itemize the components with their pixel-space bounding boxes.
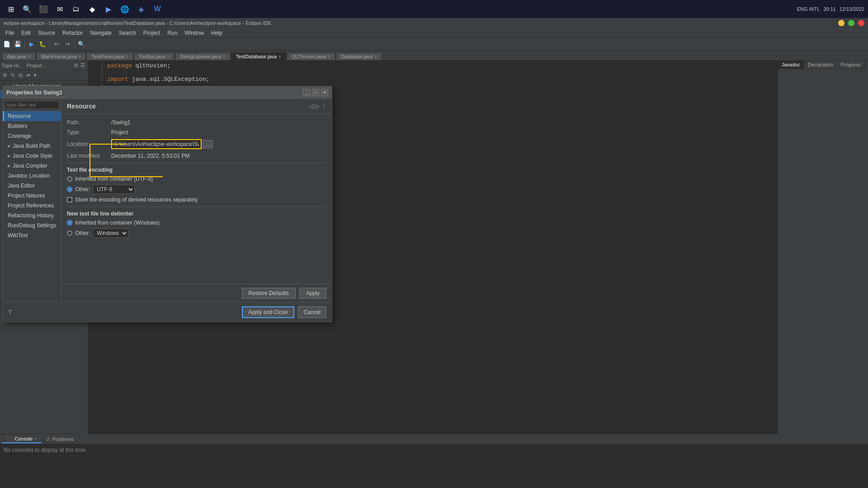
tab-close[interactable]: × — [28, 54, 31, 59]
collapse-all-icon[interactable]: ⊟ — [18, 72, 24, 79]
browser-icon[interactable]: 🌐 — [118, 2, 132, 16]
minimize-btn[interactable] — [838, 20, 844, 26]
modal-close-btn[interactable]: ✕ — [321, 89, 328, 96]
tab-declaration[interactable]: Declaration — [804, 61, 837, 69]
restore-defaults-btn[interactable]: Restore Defaults — [242, 288, 296, 299]
nav-item-project-references[interactable]: Project References — [3, 201, 61, 211]
nav-item-run-debug-settings[interactable]: Run/Debug Settings — [3, 221, 61, 230]
location-input[interactable] — [111, 139, 202, 149]
menu-file[interactable]: File — [2, 29, 18, 37]
modal-minimize-btn[interactable]: _ — [303, 89, 310, 96]
cancel-btn[interactable]: Cancel — [298, 306, 326, 318]
last-modified-label: Last modified: — [67, 153, 108, 159]
nav-item-coverage[interactable]: Coverage — [3, 131, 61, 141]
save-btn[interactable]: 💾 — [13, 39, 23, 49]
start-icon[interactable]: ⊞ — [4, 2, 18, 16]
nav-item-project-natures[interactable]: Project Natures — [3, 191, 61, 201]
tab-toolbar[interactable]: Toolbar.java × — [134, 52, 175, 60]
nav-item-resource[interactable]: Resource — [3, 111, 61, 121]
modal-dialog-footer: ? Apply and Close Cancel — [3, 302, 332, 322]
link-editor-icon[interactable]: ⇌ — [25, 72, 31, 79]
back-icon[interactable]: ◁ — [309, 103, 313, 109]
search-icon[interactable]: 🔍 — [20, 2, 34, 16]
apply-btn[interactable]: Apply — [299, 288, 326, 299]
tab-close[interactable]: × — [223, 54, 226, 59]
view-menu-icon[interactable]: ▾ — [33, 72, 38, 79]
apply-and-close-btn[interactable]: Apply and Close — [242, 306, 294, 318]
menu-help[interactable]: Help — [208, 29, 226, 37]
refresh-icon[interactable]: ↻ — [10, 72, 16, 79]
undo-btn[interactable]: ↩ — [52, 39, 61, 49]
filter-icon[interactable]: ⚙ — [2, 72, 8, 79]
modal-body: Resource Builders Coverage ▶ Java Build … — [3, 99, 332, 302]
menu-run[interactable]: Run — [164, 29, 181, 37]
menu-window[interactable]: Window — [181, 29, 208, 37]
line-delimiter-dropdown[interactable]: Windows Unix MacOS — [93, 229, 128, 238]
redo-btn[interactable]: ↪ — [62, 39, 72, 49]
tab-appjava[interactable]: App.java × — [2, 52, 36, 60]
tab-testdatabase[interactable]: TestDatabase.java × — [231, 52, 286, 60]
debug-btn[interactable]: 🐛 — [38, 39, 47, 49]
encoding-dropdown[interactable]: UTF-8 UTF-16 ISO-8859-1 — [93, 185, 135, 194]
tab-console[interactable]: ⬛ Console × — [2, 435, 42, 443]
task-view-icon[interactable]: ⬛ — [36, 2, 51, 16]
encoding-inherited-radio[interactable] — [67, 176, 72, 182]
word-icon[interactable]: W — [150, 2, 165, 16]
vscode-icon[interactable]: ▶ — [101, 2, 116, 16]
menu-icon[interactable]: ☰ — [80, 62, 86, 69]
nav-label: Java Compiler — [13, 163, 47, 169]
eclipse-icon[interactable]: ◈ — [134, 2, 148, 16]
forward-icon[interactable]: ▷ — [315, 103, 319, 109]
line-delimiter-other-radio[interactable] — [67, 230, 72, 236]
store-encoding-checkbox[interactable] — [67, 197, 72, 202]
tab-progress[interactable]: Progress — [837, 61, 865, 69]
tab-close[interactable]: × — [374, 54, 377, 59]
line-number: 1 — [90, 62, 104, 69]
menu-project[interactable]: Project — [140, 29, 164, 37]
maximize-btn[interactable] — [848, 20, 854, 26]
tab-mainframe[interactable]: MainFrame.java × — [36, 52, 86, 60]
tab-close[interactable]: × — [126, 54, 128, 59]
line-delimiter-inherited-radio[interactable] — [67, 220, 72, 225]
dell-icon[interactable]: ◆ — [85, 2, 99, 16]
nav-item-javadoc-location[interactable]: Javadoc Location — [3, 171, 61, 181]
tab-database[interactable]: Database.java × — [336, 52, 382, 60]
tab-close[interactable]: × — [34, 436, 37, 441]
menu-search[interactable]: Search — [115, 29, 140, 37]
tab-javadoc[interactable]: Javadoc — [778, 61, 804, 69]
collapse-icon[interactable]: ⊟ — [73, 62, 79, 69]
run-btn[interactable]: ▶ — [27, 39, 37, 49]
tab-qlthuvien[interactable]: QLThuvien.java × — [287, 52, 335, 60]
location-browse-btn[interactable]: ... — [203, 140, 213, 148]
search-btn[interactable]: 🔍 — [76, 39, 86, 49]
nav-item-refactoring-history[interactable]: Refactoring History — [3, 211, 61, 221]
menu-refactor[interactable]: Refactor — [59, 29, 86, 37]
tab-stringlistener[interactable]: StringListener.java × — [175, 52, 230, 60]
nav-filter-input[interactable] — [5, 101, 59, 109]
tab-close[interactable]: × — [167, 54, 170, 59]
tab-close[interactable]: × — [79, 54, 81, 59]
new-btn[interactable]: 📄 — [2, 39, 12, 49]
code-line-3: 3 import java.sql.SQLException; — [90, 76, 776, 83]
tab-problems[interactable]: ⚠ Problems — [42, 435, 78, 443]
menu-icon[interactable]: ⋮ — [321, 103, 326, 109]
line-delimiter-inherited-label: Inherited from container (Windows) — [75, 220, 160, 226]
mail-icon[interactable]: ✉ — [52, 2, 67, 16]
tab-close[interactable]: × — [328, 54, 330, 59]
files-icon[interactable]: 🗂 — [69, 2, 83, 16]
nav-item-wikitext[interactable]: WikiText — [3, 230, 61, 240]
menu-edit[interactable]: Edit — [18, 29, 34, 37]
nav-item-java-code-style[interactable]: ▶ Java Code Style — [3, 151, 61, 161]
help-icon[interactable]: ? — [8, 309, 12, 316]
nav-item-builders[interactable]: Builders — [3, 121, 61, 131]
modal-maximize-btn[interactable]: □ — [312, 89, 319, 96]
nav-item-java-compiler[interactable]: ▶ Java Compiler — [3, 161, 61, 171]
menu-navigate[interactable]: Navigate — [86, 29, 115, 37]
nav-item-java-build-path[interactable]: ▶ Java Build Path — [3, 141, 61, 151]
nav-item-java-editor[interactable]: Java Editor — [3, 181, 61, 191]
tab-close[interactable]: × — [278, 54, 281, 59]
close-btn[interactable] — [858, 20, 864, 26]
tab-textpanel[interactable]: TextPanel.java × — [86, 52, 133, 60]
menu-source[interactable]: Source — [34, 29, 59, 37]
encoding-other-radio[interactable] — [67, 187, 72, 192]
